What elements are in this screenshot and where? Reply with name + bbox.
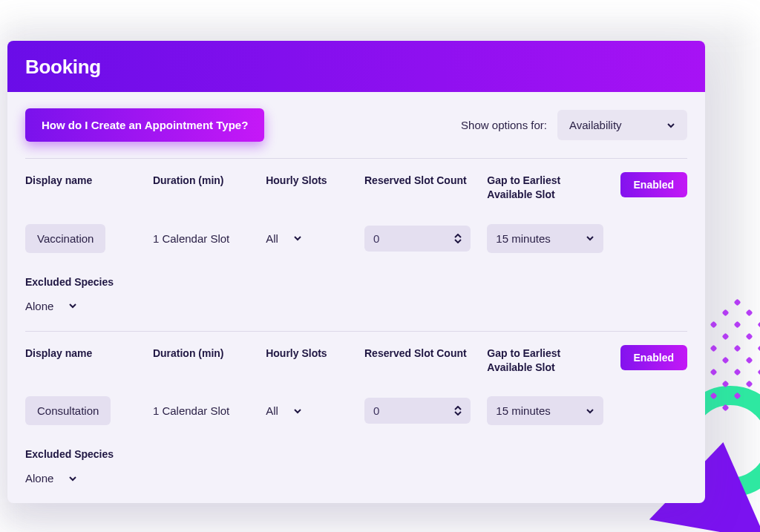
chevron-down-icon <box>293 407 302 416</box>
column-excluded: Excluded Species <box>25 447 687 462</box>
stepper-arrows-icon <box>454 406 462 416</box>
excluded-species-select[interactable]: Alone <box>25 472 77 485</box>
duration-value: 1 Calendar Slot <box>153 404 249 417</box>
show-options-value: Availability <box>569 119 622 131</box>
column-hourly-slots: Hourly Slots <box>266 174 348 188</box>
chevron-down-icon <box>68 474 77 483</box>
reserved-slot-stepper[interactable]: 0 <box>364 226 471 252</box>
column-gap: Gap to Earliest Available Slot <box>487 347 603 375</box>
show-options-select[interactable]: Availability <box>557 110 687 140</box>
column-duration: Duration (min) <box>153 347 249 361</box>
booking-card: Booking How do I Create an Appointment T… <box>7 41 705 503</box>
display-name-input[interactable]: Vaccination <box>25 224 105 253</box>
display-name-input[interactable]: Consultation <box>25 396 111 425</box>
duration-value: 1 Calendar Slot <box>153 232 249 245</box>
column-duration: Duration (min) <box>153 174 249 188</box>
gap-select[interactable]: 15 minutes <box>487 224 603 253</box>
appointment-type-row: Display name Duration (min) Hourly Slots… <box>7 159 705 331</box>
column-reserved-count: Reserved Slot Count <box>364 347 471 361</box>
gap-select[interactable]: 15 minutes <box>487 396 603 425</box>
chevron-down-icon <box>68 301 77 310</box>
enabled-toggle[interactable]: Enabled <box>620 172 687 197</box>
excluded-species-select[interactable]: Alone <box>25 300 77 312</box>
reserved-slot-stepper[interactable]: 0 <box>364 398 471 424</box>
card-header: Booking <box>7 41 705 92</box>
column-display-name: Display name <box>25 174 137 188</box>
hourly-slots-select[interactable]: All <box>266 404 348 417</box>
chevron-down-icon <box>586 234 594 243</box>
chevron-down-icon <box>586 407 594 416</box>
stepper-arrows-icon <box>454 234 462 243</box>
show-options-label: Show options for: <box>461 119 547 131</box>
hourly-slots-select[interactable]: All <box>266 232 348 245</box>
chevron-down-icon <box>666 121 675 130</box>
column-excluded: Excluded Species <box>25 275 687 289</box>
column-display-name: Display name <box>25 347 137 361</box>
help-create-appointment-button[interactable]: How do I Create an Appointment Type? <box>25 108 264 142</box>
chevron-down-icon <box>293 234 302 243</box>
column-reserved-count: Reserved Slot Count <box>364 174 471 188</box>
appointment-type-row: Display name Duration (min) Hourly Slots… <box>7 332 705 504</box>
enabled-toggle[interactable]: Enabled <box>620 345 687 370</box>
page-title: Booking <box>25 56 687 79</box>
column-hourly-slots: Hourly Slots <box>266 347 348 361</box>
column-gap: Gap to Earliest Available Slot <box>487 174 603 202</box>
